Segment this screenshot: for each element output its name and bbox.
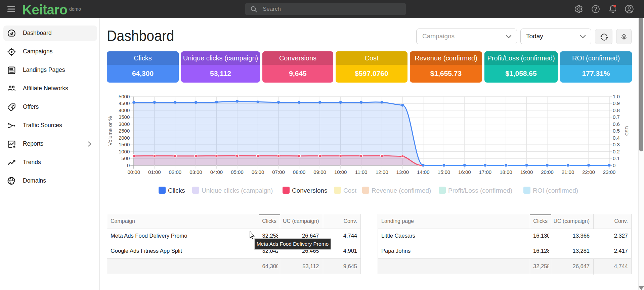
svg-text:05:00: 05:00 xyxy=(231,169,244,175)
svg-text:09:00: 09:00 xyxy=(313,169,326,175)
svg-text:01:00: 01:00 xyxy=(148,169,161,175)
svg-text:13:00: 13:00 xyxy=(396,169,409,175)
svg-text:02:00: 02:00 xyxy=(169,169,182,175)
svg-text:22:00: 22:00 xyxy=(582,169,595,175)
svg-text:5000: 5000 xyxy=(119,94,130,99)
svg-text:20:00: 20:00 xyxy=(541,169,554,175)
svg-text:0.6: 0.6 xyxy=(613,121,620,127)
svg-text:10:00: 10:00 xyxy=(334,169,347,175)
svg-text:11:00: 11:00 xyxy=(355,169,367,175)
svg-text:3500: 3500 xyxy=(119,114,130,120)
svg-text:04:00: 04:00 xyxy=(210,169,223,175)
svg-text:0: 0 xyxy=(613,162,615,168)
svg-text:4000: 4000 xyxy=(119,107,130,113)
svg-text:2500: 2500 xyxy=(119,128,130,134)
svg-text:03:00: 03:00 xyxy=(189,169,202,175)
svg-text:07:00: 07:00 xyxy=(272,169,285,175)
svg-text:0.5: 0.5 xyxy=(613,128,620,134)
svg-text:3000: 3000 xyxy=(119,121,130,127)
svg-text:18:00: 18:00 xyxy=(500,169,512,175)
svg-text:0.3: 0.3 xyxy=(613,142,620,147)
svg-text:0.8: 0.8 xyxy=(613,107,620,113)
svg-text:4500: 4500 xyxy=(119,100,130,106)
svg-text:0.1: 0.1 xyxy=(613,155,620,161)
svg-text:0.4: 0.4 xyxy=(613,135,620,141)
svg-text:23:00: 23:00 xyxy=(603,169,616,175)
svg-text:06:00: 06:00 xyxy=(252,169,264,175)
svg-text:1500: 1500 xyxy=(119,142,130,147)
svg-text:14:00: 14:00 xyxy=(417,169,430,175)
svg-text:21:00: 21:00 xyxy=(562,169,574,175)
svg-text:15:00: 15:00 xyxy=(438,169,450,175)
svg-text:16:00: 16:00 xyxy=(458,169,471,175)
svg-text:USD: USD xyxy=(624,126,629,136)
svg-text:1000: 1000 xyxy=(119,149,130,154)
svg-text:0.2: 0.2 xyxy=(613,149,620,154)
svg-text:0.7: 0.7 xyxy=(613,114,620,120)
svg-text:0.9: 0.9 xyxy=(613,100,620,106)
svg-text:12:00: 12:00 xyxy=(376,169,388,175)
svg-text:19:00: 19:00 xyxy=(520,169,533,175)
svg-text:0: 0 xyxy=(127,162,130,168)
svg-text:00:00: 00:00 xyxy=(128,169,140,175)
svg-text:1.0: 1.0 xyxy=(613,94,620,99)
svg-text:2000: 2000 xyxy=(119,135,130,141)
svg-text:Volume or %: Volume or % xyxy=(107,116,113,146)
svg-text:500: 500 xyxy=(121,155,130,161)
svg-text:08:00: 08:00 xyxy=(293,169,306,175)
svg-text:17:00: 17:00 xyxy=(479,169,492,175)
